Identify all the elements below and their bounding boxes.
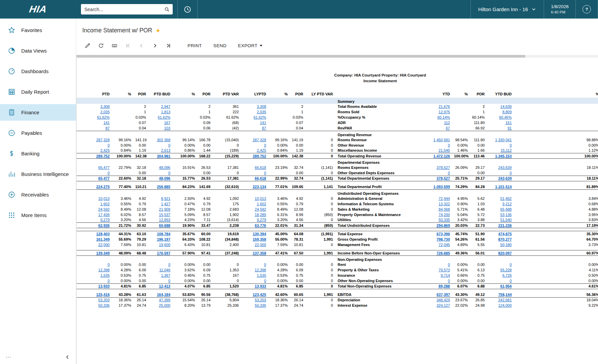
drilldown-link[interactable]: 726,685 — [436, 251, 450, 255]
drilldown-link[interactable]: 151 — [506, 121, 512, 125]
drilldown-link[interactable]: 324,127 — [436, 303, 450, 307]
drilldown-link[interactable]: 1,602 — [100, 202, 110, 206]
drilldown-link[interactable]: 87 — [106, 126, 110, 130]
drilldown-link[interactable]: 91 — [508, 126, 512, 130]
drilldown-link[interactable]: 0 — [264, 171, 266, 175]
sidebar-item-favorites[interactable]: Favorites — [0, 22, 76, 38]
drilldown-link[interactable]: 1,093,599 — [433, 185, 450, 189]
drilldown-link[interactable]: 21,545 — [438, 148, 450, 152]
drilldown-link[interactable]: 0 — [108, 171, 110, 175]
drilldown-link[interactable]: 141 — [260, 121, 266, 125]
sidebar-item-business-intelligence[interactable]: Business Intelligence — [0, 166, 76, 182]
drilldown-link[interactable]: 0 — [108, 143, 110, 147]
drilldown-link[interactable]: 348,429 — [436, 298, 450, 302]
drilldown-link[interactable]: 66,618 — [255, 165, 266, 170]
drilldown-link[interactable]: 15,112 — [501, 148, 512, 152]
drilldown-link[interactable]: 2,425 — [257, 148, 266, 152]
sidebar-item-banking[interactable]: Banking — [0, 145, 76, 162]
more-options-icon[interactable]: ⋯ — [5, 356, 12, 359]
drilldown-link[interactable]: 0 — [168, 279, 170, 283]
drilldown-link[interactable]: 22,000 — [98, 243, 110, 247]
drilldown-link[interactable]: 637,397 — [436, 293, 450, 297]
drilldown-link[interactable]: 287,328 — [253, 138, 266, 142]
drilldown-link[interactable]: 1,602 — [257, 202, 266, 206]
parameters-button[interactable] — [109, 40, 120, 51]
drilldown-link[interactable]: 61.62% — [254, 115, 266, 119]
app-logo[interactable]: HIA — [0, 4, 76, 15]
sidebar-item-more-items[interactable]: More Items — [0, 207, 76, 223]
drilldown-link[interactable]: 8,921 — [161, 196, 170, 201]
drilldown-link[interactable]: 2,947 — [161, 104, 170, 109]
drilldown-link[interactable]: 65,477 — [98, 176, 110, 180]
drilldown-link[interactable]: 12,893 — [159, 218, 170, 222]
drilldown-link[interactable]: 243,639 — [498, 176, 512, 180]
drilldown-link[interactable]: 1,367 — [161, 273, 170, 277]
drilldown-link[interactable]: 65,477 — [98, 165, 110, 170]
drilldown-link[interactable]: 48,096 — [159, 176, 170, 180]
drilldown-link[interactable]: 10,013 — [255, 196, 266, 201]
drilldown-link[interactable]: 17,439 — [98, 213, 110, 217]
horizontal-scrollbar[interactable] — [77, 55, 598, 58]
drilldown-link[interactable]: 87 — [262, 126, 266, 130]
drilldown-link[interactable]: 0 — [264, 279, 266, 283]
last-page-button[interactable] — [163, 40, 174, 51]
drilldown-link[interactable]: 61,954 — [500, 284, 512, 288]
drilldown-link[interactable]: 0 — [108, 263, 110, 267]
drilldown-link[interactable]: 378,527 — [436, 165, 450, 170]
drilldown-link[interactable]: 55,228 — [500, 268, 512, 272]
drilldown-link[interactable]: 3,308 — [100, 104, 110, 109]
drilldown-link[interactable]: 128,403 — [96, 232, 110, 236]
horizontal-scrollbar-thumb[interactable] — [77, 55, 525, 58]
drilldown-link[interactable]: 0 — [264, 143, 266, 147]
drilldown-link[interactable]: 125,416 — [96, 293, 110, 297]
drilldown-link[interactable]: 65,688 — [500, 207, 512, 211]
drilldown-link[interactable]: 61.62% — [158, 115, 170, 119]
drilldown-link[interactable]: 1,472,126 — [433, 154, 450, 158]
sidebar-item-data-views[interactable]: Data Views — [0, 42, 76, 59]
drilldown-link[interactable]: 67 — [446, 126, 450, 130]
drilldown-link[interactable]: 25,000 — [159, 303, 170, 307]
help-button[interactable]: ? — [582, 5, 591, 13]
drilldown-link[interactable]: 2,425 — [100, 148, 110, 152]
drilldown-link[interactable]: 159,358 — [253, 237, 266, 241]
drilldown-link[interactable]: 47,399 — [159, 298, 170, 302]
drilldown-link[interactable]: 758,144 — [498, 293, 512, 297]
drilldown-link[interactable]: 24,592 — [98, 207, 110, 211]
drilldown-link[interactable]: 1,345,153 — [495, 154, 512, 158]
drilldown-link[interactable]: 89,288 — [438, 284, 450, 288]
drilldown-link[interactable]: 304,981 — [157, 154, 170, 158]
drilldown-link[interactable]: 164,184 — [157, 293, 170, 297]
drilldown-link[interactable]: 62,926 — [98, 223, 110, 228]
drilldown-link[interactable]: 0 — [168, 143, 170, 147]
prev-page-button[interactable] — [136, 40, 147, 51]
drilldown-link[interactable]: 6,726 — [502, 273, 512, 277]
drilldown-link[interactable]: 474,875 — [498, 232, 512, 236]
drilldown-link[interactable]: 798,730 — [436, 237, 450, 241]
drilldown-link[interactable]: 0 — [168, 171, 170, 175]
drilldown-link[interactable]: 0 — [510, 279, 512, 283]
drilldown-link[interactable]: 1,450,581 — [433, 138, 450, 142]
drilldown-link[interactable]: 9,714 — [440, 273, 450, 277]
drilldown-link[interactable]: 289,752 — [96, 154, 110, 158]
drilldown-link[interactable]: 287,328 — [96, 138, 110, 142]
send-button[interactable]: SEND — [209, 40, 231, 51]
drilldown-link[interactable]: 2,613 — [161, 148, 170, 152]
drilldown-link[interactable]: 18,289 — [255, 213, 266, 217]
drilldown-link[interactable]: 51,540 — [500, 218, 512, 222]
drilldown-link[interactable]: 302,368 — [157, 138, 170, 142]
sidebar-item-payables[interactable]: Payables — [0, 125, 76, 141]
star-filled-icon[interactable]: ★ — [155, 28, 160, 33]
print-button[interactable]: PRINT — [183, 40, 207, 51]
drilldown-link[interactable]: 103 — [164, 126, 170, 130]
drilldown-link[interactable]: 256,885 — [157, 185, 170, 189]
drilldown-link[interactable]: 22,000 — [255, 243, 266, 247]
drilldown-link[interactable]: 0 — [448, 171, 450, 175]
drilldown-link[interactable]: 123,425 — [253, 293, 266, 297]
drilldown-link[interactable]: 231,236 — [498, 223, 512, 228]
drilldown-link[interactable]: 0 — [264, 263, 266, 267]
drilldown-link[interactable]: 0 — [510, 143, 512, 147]
drilldown-link[interactable]: 1,535 — [100, 273, 110, 277]
first-page-button[interactable] — [122, 40, 134, 51]
drilldown-link[interactable]: 161,349 — [96, 237, 110, 241]
drilldown-link[interactable]: 10,013 — [98, 196, 110, 201]
